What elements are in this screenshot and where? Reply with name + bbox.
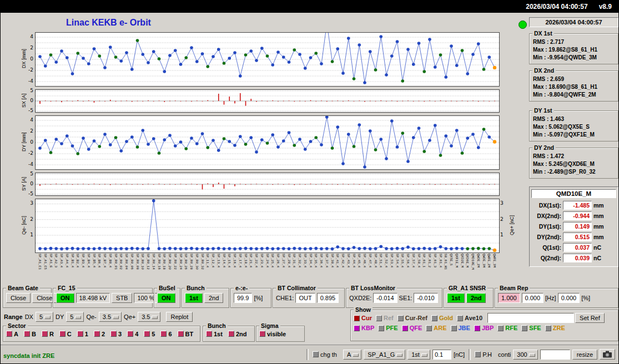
busel-on-button[interactable]: ON bbox=[157, 293, 175, 303]
data-point[interactable] bbox=[396, 40, 399, 43]
data-point[interactable] bbox=[249, 247, 253, 250]
data-point[interactable] bbox=[260, 47, 264, 50]
data-point[interactable] bbox=[417, 127, 421, 130]
data-point[interactable] bbox=[119, 59, 123, 63]
data-point[interactable] bbox=[428, 139, 431, 142]
interval-select[interactable]: 300 bbox=[513, 350, 537, 360]
data-point[interactable] bbox=[276, 247, 280, 250]
data-point[interactable] bbox=[412, 247, 415, 250]
data-point[interactable] bbox=[201, 247, 204, 250]
data-point[interactable] bbox=[390, 119, 394, 123]
data-point[interactable] bbox=[293, 144, 296, 147]
data-point[interactable] bbox=[103, 247, 107, 250]
data-point[interactable] bbox=[325, 115, 329, 119]
data-point[interactable] bbox=[450, 247, 453, 250]
data-point[interactable] bbox=[141, 129, 144, 132]
checkbox-3[interactable]: 3 bbox=[110, 331, 122, 337]
data-point[interactable] bbox=[450, 144, 453, 148]
data-point[interactable] bbox=[93, 247, 96, 250]
data-point[interactable] bbox=[98, 145, 101, 148]
data-point[interactable] bbox=[174, 247, 177, 250]
data-point[interactable] bbox=[174, 49, 177, 52]
data-point[interactable] bbox=[87, 247, 90, 250]
data-point[interactable] bbox=[54, 247, 58, 250]
bunch-select[interactable]: 1st bbox=[407, 350, 430, 360]
data-point[interactable] bbox=[288, 131, 291, 134]
data-point[interactable] bbox=[320, 62, 323, 65]
data-point[interactable] bbox=[130, 247, 134, 250]
data-point[interactable] bbox=[152, 50, 155, 53]
data-point[interactable] bbox=[44, 64, 47, 68]
data-point[interactable] bbox=[76, 52, 79, 55]
data-point[interactable] bbox=[76, 152, 79, 155]
checkbox-gold[interactable]: Gold bbox=[431, 315, 453, 321]
data-point[interactable] bbox=[325, 247, 329, 250]
fc15-on-button[interactable]: ON bbox=[56, 293, 74, 303]
data-point[interactable] bbox=[293, 247, 296, 250]
data-point[interactable] bbox=[390, 54, 394, 58]
data-point[interactable] bbox=[374, 247, 378, 250]
data-point[interactable] bbox=[455, 64, 459, 67]
data-point[interactable] bbox=[466, 136, 469, 140]
data-point[interactable] bbox=[168, 54, 172, 57]
data-point[interactable] bbox=[71, 72, 74, 75]
checkbox-c[interactable]: C bbox=[59, 331, 72, 337]
data-point[interactable] bbox=[195, 247, 199, 250]
data-point[interactable] bbox=[98, 247, 101, 250]
data-point[interactable] bbox=[336, 245, 339, 249]
data-point[interactable] bbox=[255, 59, 258, 62]
data-point[interactable] bbox=[49, 53, 53, 57]
data-point[interactable] bbox=[184, 147, 188, 150]
data-point[interactable] bbox=[314, 136, 318, 139]
data-point[interactable] bbox=[379, 245, 383, 248]
data-point[interactable] bbox=[487, 55, 491, 59]
chart-dy-plot[interactable] bbox=[35, 115, 500, 170]
data-point[interactable] bbox=[44, 139, 47, 142]
data-point[interactable] bbox=[477, 247, 480, 250]
data-point[interactable] bbox=[282, 247, 285, 250]
data-point[interactable] bbox=[60, 142, 63, 145]
data-point[interactable] bbox=[228, 140, 231, 143]
range-dy-select[interactable]: 5 bbox=[66, 312, 84, 322]
checkbox-2nd[interactable]: 2nd bbox=[228, 331, 247, 337]
data-point[interactable] bbox=[331, 247, 334, 251]
data-point[interactable] bbox=[434, 65, 437, 69]
data-point[interactable] bbox=[309, 247, 313, 250]
data-point[interactable] bbox=[482, 128, 486, 131]
replot-button[interactable]: Replot bbox=[166, 312, 193, 322]
data-point[interactable] bbox=[422, 247, 426, 250]
checkbox-1st[interactable]: 1st bbox=[206, 331, 223, 337]
data-point[interactable] bbox=[119, 149, 123, 153]
data-point[interactable] bbox=[76, 247, 79, 250]
checkbox-pfe[interactable]: PFE bbox=[378, 325, 397, 331]
data-point[interactable] bbox=[358, 123, 361, 127]
data-point[interactable] bbox=[401, 247, 404, 250]
chart-qe-plot[interactable] bbox=[35, 199, 500, 253]
data-point[interactable] bbox=[336, 125, 339, 129]
data-point[interactable] bbox=[379, 138, 383, 141]
checkbox-4[interactable]: 4 bbox=[127, 331, 138, 337]
data-point[interactable] bbox=[249, 136, 253, 139]
data-point[interactable] bbox=[271, 63, 274, 67]
data-point[interactable] bbox=[223, 137, 226, 140]
checkbox-1[interactable]: 1 bbox=[77, 331, 88, 337]
data-point[interactable] bbox=[82, 57, 85, 60]
range-dx-select[interactable]: 5 bbox=[36, 312, 53, 322]
data-point[interactable] bbox=[233, 51, 236, 54]
set-ref-button[interactable]: Set Ref bbox=[575, 313, 605, 323]
data-point[interactable] bbox=[152, 199, 155, 203]
data-point[interactable] bbox=[66, 247, 69, 250]
data-point[interactable] bbox=[130, 68, 134, 71]
data-point[interactable] bbox=[493, 249, 496, 252]
data-point[interactable] bbox=[109, 46, 112, 49]
chart-sx-plot[interactable] bbox=[35, 89, 500, 113]
data-point[interactable] bbox=[87, 148, 90, 151]
data-point[interactable] bbox=[206, 247, 209, 250]
data-point[interactable] bbox=[347, 247, 350, 250]
data-point[interactable] bbox=[179, 140, 183, 144]
data-point[interactable] bbox=[228, 57, 231, 60]
data-point[interactable] bbox=[179, 63, 183, 66]
bunch-1st-button[interactable]: 1st bbox=[185, 293, 203, 303]
threshold-input[interactable] bbox=[432, 350, 451, 360]
data-point[interactable] bbox=[60, 49, 63, 53]
